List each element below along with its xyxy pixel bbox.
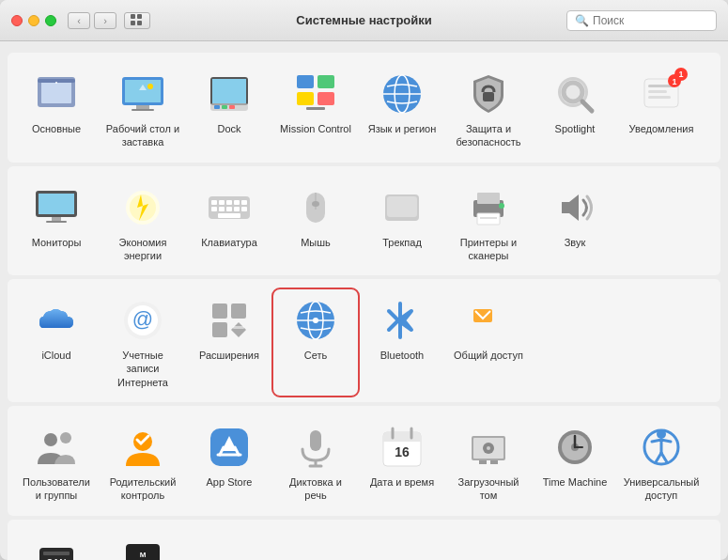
label-polzovateli: Пользователи и группы [19, 475, 94, 503]
back-button[interactable]: ‹ [68, 12, 90, 29]
svg-rect-20 [318, 75, 334, 88]
icon-trackpad [378, 183, 426, 232]
svg-rect-0 [131, 14, 135, 19]
icon-internet: @ [118, 296, 167, 345]
minimize-button[interactable] [28, 15, 39, 26]
item-diktovka[interactable]: Диктовка и речь [274, 417, 357, 508]
svg-rect-46 [219, 200, 225, 205]
icon-monitors [32, 183, 81, 232]
item-zashchita[interactable]: Защита и безопасность [447, 64, 530, 155]
icon-network [291, 296, 340, 345]
svg-rect-45 [211, 200, 217, 205]
item-mission-control[interactable]: Mission Control [274, 64, 357, 155]
item-obshchiy[interactable]: Общий доступ [447, 290, 530, 395]
svg-rect-70 [231, 303, 246, 319]
svg-rect-72 [233, 326, 244, 329]
svg-rect-89 [383, 438, 421, 442]
item-bluetooth[interactable]: Bluetooth [361, 290, 443, 395]
item-universalnyy[interactable]: Универсальный доступ [620, 417, 703, 508]
item-rasshireniya[interactable]: Расширения [188, 290, 271, 395]
item-spotlight[interactable]: Spotlight [534, 64, 616, 155]
icon-bluetooth [378, 296, 426, 345]
label-zvuk: Звук [565, 236, 586, 249]
item-mysh[interactable]: Мышь [274, 178, 357, 269]
svg-rect-49 [241, 200, 247, 205]
label-set: Сеть [304, 349, 327, 362]
item-osnovnye[interactable]: Основные [15, 64, 98, 155]
icon-extensions [205, 296, 254, 345]
label-monitory: Мониторы [32, 236, 82, 249]
item-appstore[interactable]: App Store [188, 417, 271, 508]
svg-rect-1 [137, 14, 142, 19]
svg-rect-9 [125, 80, 161, 102]
item-rabochiy-stol[interactable]: Рабочий стол и заставка [101, 64, 184, 155]
svg-rect-16 [214, 105, 220, 109]
item-icloud[interactable]: iCloud [15, 290, 98, 395]
label-diktovka: Диктовка и речь [278, 475, 353, 503]
svg-rect-41 [46, 221, 67, 223]
svg-point-65 [499, 203, 504, 209]
label-uvedomleniya: Уведомления [629, 122, 694, 135]
item-zvuk[interactable]: Звук [534, 178, 616, 269]
grid-button[interactable] [124, 12, 150, 29]
svg-point-79 [44, 433, 57, 446]
svg-text:16: 16 [395, 444, 410, 459]
label-uchetnye: Учетные записи Интернета [105, 349, 180, 389]
svg-rect-2 [131, 21, 135, 25]
icon-users [32, 423, 81, 472]
svg-rect-84 [310, 430, 321, 451]
label-klaviatura: Клавиатура [201, 236, 257, 249]
item-dock[interactable]: Dock [188, 64, 271, 155]
icon-parental [118, 423, 167, 472]
icon-avid: M BOX MINI [118, 537, 167, 560]
label-dock: Dock [217, 122, 240, 135]
item-uchetnye[interactable]: @ Учетные записи Интернета [101, 290, 184, 395]
item-zagruzochnyy[interactable]: Загрузочный том [447, 417, 530, 508]
item-ekonomiya[interactable]: Экономия энергии [101, 178, 184, 269]
main-window: ‹ › Системные настройки 🔍 Основные [0, 0, 728, 560]
icon-accessibility [637, 423, 686, 472]
item-klaviatura[interactable]: Клавиатура [188, 178, 271, 269]
svg-rect-10 [136, 105, 149, 109]
item-roditelskiy[interactable]: Родительский контроль [101, 417, 184, 508]
item-data[interactable]: 16 Дата и время [361, 417, 443, 508]
item-trekpad[interactable]: Трекпад [361, 178, 443, 269]
content-area: Основные Рабочий стол и заставка Dock Mi… [0, 41, 728, 560]
item-avid[interactable]: M BOX MINI Avid Mbox Mini [101, 531, 184, 560]
svg-rect-18 [229, 105, 235, 109]
icon-osnovnye [32, 70, 81, 118]
label-spotlight: Spotlight [555, 122, 596, 135]
svg-text:@: @ [132, 307, 153, 331]
label-bluetooth: Bluetooth [380, 349, 424, 362]
search-input[interactable] [593, 14, 705, 27]
search-box[interactable]: 🔍 [566, 10, 717, 31]
item-globalsan[interactable]: SAN globalSAN and Xtarget [15, 531, 98, 560]
close-button[interactable] [11, 15, 23, 26]
svg-point-76 [313, 318, 318, 323]
maximize-button[interactable] [45, 15, 56, 26]
item-monitory[interactable]: Мониторы [15, 178, 98, 269]
icon-sound [550, 183, 599, 232]
svg-rect-35 [648, 96, 671, 99]
item-set[interactable]: Сеть [274, 290, 357, 395]
label-timemachine: Time Machine [543, 475, 608, 489]
section-section3: iCloud @ Учетные записи Интернета Расшир… [8, 279, 720, 402]
section-section2: Мониторы Экономия энергии Клавиатура Мыш… [8, 166, 720, 276]
item-printery[interactable]: Принтеры и сканеры [447, 178, 530, 269]
svg-rect-62 [477, 193, 500, 204]
svg-rect-60 [387, 196, 417, 217]
svg-rect-54 [241, 207, 247, 211]
svg-rect-11 [132, 109, 154, 111]
svg-rect-96 [490, 460, 498, 464]
forward-button[interactable]: › [94, 12, 116, 29]
item-timemachine[interactable]: Time Machine [534, 417, 616, 508]
label-mysh: Мышь [301, 236, 331, 249]
svg-rect-55 [218, 213, 240, 218]
label-yazyk: Язык и регион [368, 122, 437, 135]
item-yazyk[interactable]: Язык и регион [361, 64, 443, 155]
svg-rect-53 [234, 207, 240, 211]
svg-rect-51 [219, 207, 225, 211]
item-polzovateli[interactable]: Пользователи и группы [15, 417, 98, 508]
item-uvedomleniya[interactable]: 1 1Уведомления [620, 64, 703, 155]
icon-keyboard [205, 183, 254, 232]
